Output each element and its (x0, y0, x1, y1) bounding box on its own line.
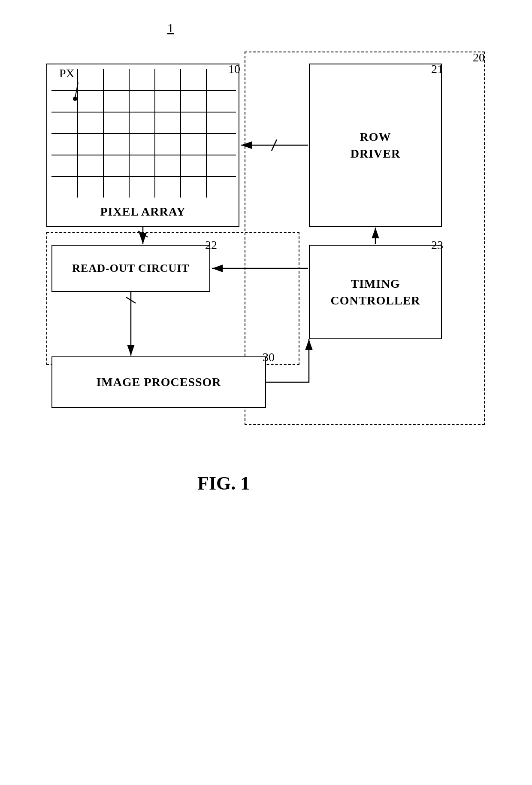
row-driver-label: ROW DRIVER (351, 128, 400, 162)
ref-21: 21 (431, 62, 443, 76)
timing-controller-box: TIMING CONTROLLER (309, 245, 442, 339)
diagram-title: 1 (167, 21, 174, 35)
pixel-array-box: PIXEL ARRAY (46, 64, 239, 227)
ref-20: 20 (473, 51, 485, 64)
ref-23: 23 (431, 238, 443, 252)
row-driver-box: ROW DRIVER (309, 64, 442, 227)
ref-22: 22 (205, 238, 217, 252)
ref-30: 30 (263, 350, 275, 364)
pixel-array-label: PIXEL ARRAY (47, 203, 239, 220)
px-label: PX (59, 67, 75, 80)
readout-circuit-box: READ-OUT CIRCUIT (51, 245, 210, 292)
diagram: 1 20 PIXEL ARRAY 10 PX ROW DRIVER (0, 0, 532, 785)
ref-10: 10 (228, 62, 240, 76)
image-processor-label: IMAGE PROCESSOR (96, 374, 221, 390)
image-processor-box: IMAGE PROCESSOR (51, 356, 266, 408)
readout-label: READ-OUT CIRCUIT (72, 261, 189, 276)
timing-label: TIMING CONTROLLER (330, 275, 420, 309)
fig-label: FIG. 1 (197, 472, 250, 494)
